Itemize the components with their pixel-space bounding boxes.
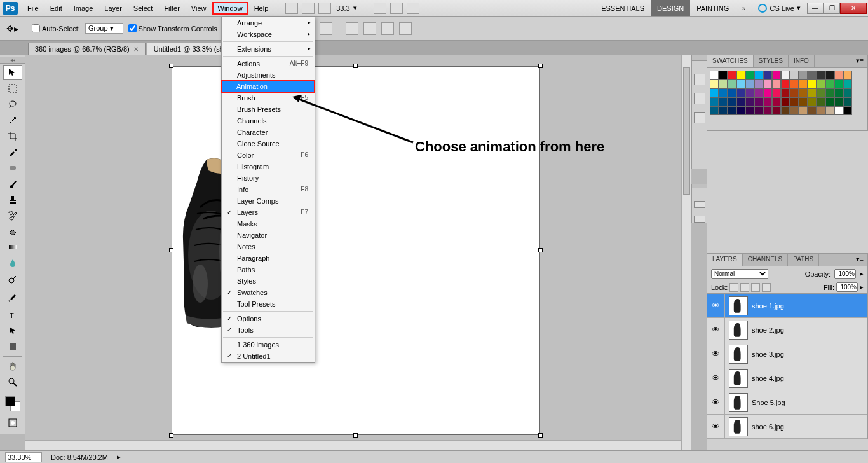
collapse-toggle[interactable] bbox=[692, 55, 707, 61]
swatch[interactable] bbox=[710, 79, 719, 88]
menu-item-tool-presets[interactable]: Tool Presets bbox=[222, 298, 315, 310]
transform-center[interactable] bbox=[352, 247, 360, 254]
menu-item-layer-comps[interactable]: Layer Comps bbox=[222, 195, 315, 207]
swatch[interactable] bbox=[763, 97, 772, 106]
canvas-area[interactable] bbox=[25, 55, 691, 450]
screenmode-icon[interactable] bbox=[318, 3, 331, 14]
swatch[interactable] bbox=[736, 71, 745, 79]
swatch[interactable] bbox=[736, 97, 745, 106]
swatch[interactable] bbox=[728, 71, 736, 79]
swatch[interactable] bbox=[772, 79, 781, 88]
heal-tool[interactable] bbox=[3, 160, 22, 176]
minibridge-icon[interactable] bbox=[302, 3, 315, 14]
lock-all-icon[interactable] bbox=[762, 283, 771, 292]
swatch[interactable] bbox=[808, 106, 817, 115]
visibility-icon[interactable]: 👁 bbox=[707, 415, 725, 438]
lock-pixels-icon[interactable] bbox=[740, 283, 749, 292]
distribute-icon[interactable] bbox=[363, 22, 376, 35]
layer-row[interactable]: 👁shoe 1.jpg bbox=[707, 294, 867, 318]
swatch[interactable] bbox=[799, 106, 808, 115]
swatch[interactable] bbox=[772, 71, 781, 79]
history-brush-tool[interactable] bbox=[3, 208, 22, 223]
pen-tool[interactable] bbox=[3, 291, 22, 307]
swatch[interactable] bbox=[843, 88, 852, 97]
tab-layers[interactable]: LAYERS bbox=[707, 254, 743, 266]
swatch[interactable] bbox=[790, 106, 799, 115]
swatch[interactable] bbox=[825, 97, 834, 106]
swatch[interactable] bbox=[772, 106, 781, 115]
opacity-input[interactable] bbox=[834, 269, 856, 279]
menu-item-clone-source[interactable]: Clone Source bbox=[222, 138, 315, 149]
panel-menu-icon[interactable]: ▾≡ bbox=[852, 55, 867, 67]
layer-name[interactable]: shoe 6.jpg bbox=[752, 423, 784, 431]
swatch[interactable] bbox=[728, 106, 736, 115]
menu-item-tools[interactable]: Tools bbox=[222, 324, 315, 336]
adjustments-panel-icon[interactable] bbox=[694, 201, 705, 208]
eyedropper-tool[interactable] bbox=[3, 144, 22, 160]
swatch[interactable] bbox=[728, 79, 736, 88]
menu-item-histogram[interactable]: Histogram bbox=[222, 161, 315, 172]
window-minimize[interactable]: ― bbox=[807, 3, 824, 14]
transform-handle[interactable] bbox=[538, 433, 543, 438]
workspace-essentials[interactable]: ESSENTIALS bbox=[595, 0, 651, 16]
menu-item-1-360-images[interactable]: 1 360 images bbox=[222, 339, 315, 350]
layer-thumbnail[interactable] bbox=[729, 321, 748, 340]
swatch[interactable] bbox=[772, 88, 781, 97]
distribute-icon[interactable] bbox=[399, 22, 412, 35]
menu-item-animation[interactable]: Animation bbox=[221, 80, 315, 93]
layer-name[interactable]: shoe 1.jpg bbox=[752, 302, 784, 310]
menu-window[interactable]: Window bbox=[212, 2, 248, 15]
transform-handle[interactable] bbox=[353, 64, 358, 68]
menu-item-paragraph[interactable]: Paragraph bbox=[222, 252, 315, 264]
horizontal-scrollbar[interactable] bbox=[25, 440, 681, 450]
close-icon[interactable]: ✕ bbox=[133, 46, 139, 53]
gradient-tool[interactable] bbox=[3, 240, 22, 255]
zoom-input[interactable]: 33.33% bbox=[5, 452, 42, 462]
blend-mode-select[interactable]: Normal bbox=[711, 269, 768, 279]
swatch[interactable] bbox=[834, 97, 843, 106]
menu-file[interactable]: File bbox=[22, 2, 44, 15]
zoom-tool[interactable] bbox=[3, 375, 22, 390]
doc-tab[interactable]: Untitled1 @ 33.3% (sh bbox=[147, 43, 231, 55]
fill-scrub-icon[interactable]: ▸ bbox=[860, 283, 864, 291]
swatch[interactable] bbox=[736, 79, 745, 88]
transform-handle[interactable] bbox=[353, 433, 358, 438]
swatch[interactable] bbox=[710, 97, 719, 106]
swatch[interactable] bbox=[834, 79, 843, 88]
menu-item-actions[interactable]: ActionsAlt+F9 bbox=[222, 58, 315, 69]
swatch[interactable] bbox=[790, 71, 799, 79]
menu-item-layers[interactable]: LayersF7 bbox=[222, 207, 315, 218]
shape-tool[interactable] bbox=[3, 339, 22, 354]
swatch[interactable] bbox=[834, 106, 843, 115]
swatch[interactable] bbox=[781, 88, 790, 97]
menu-item-navigator[interactable]: Navigator bbox=[222, 230, 315, 241]
swatch[interactable] bbox=[781, 79, 790, 88]
workspace-more[interactable]: » bbox=[735, 0, 752, 16]
swatch[interactable] bbox=[817, 71, 825, 79]
swatch[interactable] bbox=[817, 97, 825, 106]
tab-info[interactable]: INFO bbox=[789, 55, 815, 67]
tab-channels[interactable]: CHANNELS bbox=[743, 254, 788, 266]
swatch[interactable] bbox=[719, 88, 728, 97]
swatch[interactable] bbox=[754, 79, 763, 88]
path-select-tool[interactable] bbox=[3, 323, 22, 338]
menu-item-swatches[interactable]: Swatches bbox=[222, 287, 315, 298]
auto-select-mode[interactable]: Group ▾ bbox=[85, 23, 123, 34]
swatch[interactable] bbox=[719, 97, 728, 106]
quickmask-toggle[interactable] bbox=[3, 415, 22, 431]
swatch[interactable] bbox=[808, 97, 817, 106]
menu-item-character[interactable]: Character bbox=[222, 127, 315, 138]
align-icon[interactable] bbox=[320, 22, 332, 35]
menu-select[interactable]: Select bbox=[128, 2, 159, 15]
swatch[interactable] bbox=[781, 106, 790, 115]
auto-select-checkbox[interactable]: Auto-Select: bbox=[32, 24, 80, 32]
move-tool[interactable] bbox=[3, 65, 22, 80]
layer-row[interactable]: 👁shoe 4.jpg bbox=[707, 366, 867, 390]
swatch[interactable] bbox=[799, 88, 808, 97]
swatch[interactable] bbox=[834, 71, 843, 79]
swatch[interactable] bbox=[825, 106, 834, 115]
menu-item-adjustments[interactable]: Adjustments bbox=[222, 69, 315, 81]
vertical-scrollbar[interactable] bbox=[681, 55, 691, 450]
visibility-icon[interactable]: 👁 bbox=[707, 366, 725, 390]
crop-tool[interactable] bbox=[3, 128, 22, 144]
